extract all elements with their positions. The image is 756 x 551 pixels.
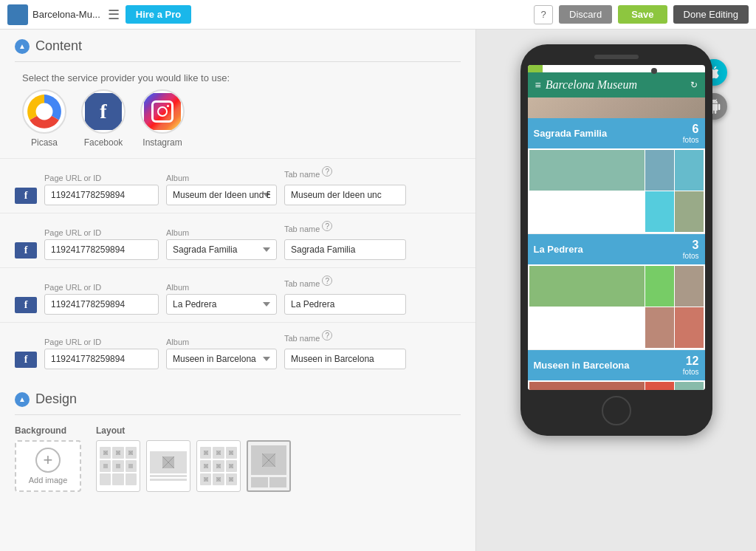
phone-home-button[interactable] bbox=[602, 396, 631, 425]
album-sagrada-familia: Sagrada Familia 6 fotos bbox=[528, 118, 705, 234]
page-url-label-0: Page URL or ID bbox=[44, 174, 159, 182]
layout-single-col bbox=[150, 451, 187, 481]
layout-selected-cell bbox=[251, 445, 286, 475]
discard-button[interactable]: Discard bbox=[559, 5, 612, 24]
thumb-row bbox=[645, 307, 703, 348]
layout-line bbox=[150, 475, 187, 477]
layout-cell bbox=[112, 473, 123, 485]
left-panel: ▲ Content Select the service provider yo… bbox=[0, 30, 476, 551]
page-url-label-2: Page URL or ID bbox=[44, 283, 159, 292]
page-url-input-2[interactable] bbox=[44, 294, 159, 315]
layout-sub-grid bbox=[251, 477, 286, 487]
svg-rect-13 bbox=[128, 464, 133, 468]
phone-camera bbox=[651, 68, 657, 74]
page-url-group-1: Page URL or ID bbox=[44, 228, 159, 260]
logo-area: Barcelona-Mu... ☰ bbox=[7, 4, 120, 25]
page-url-group-0: Page URL or ID bbox=[44, 174, 159, 205]
album-count-num: 12 bbox=[683, 355, 699, 368]
image-placeholder-icon bbox=[228, 476, 234, 482]
tab-name-help-icon-2[interactable]: ? bbox=[322, 276, 332, 286]
layout-cell bbox=[200, 473, 211, 485]
layout-cell bbox=[100, 447, 111, 459]
layout-option-2[interactable] bbox=[146, 440, 190, 492]
album-select-1[interactable]: Sagrada Familia bbox=[166, 239, 277, 260]
image-placeholder-icon bbox=[103, 450, 109, 456]
image-placeholder-icon bbox=[162, 456, 175, 469]
tab-name-group-0: Tab name ? bbox=[284, 166, 406, 205]
entry-row-0: f Page URL or ID Album Museum der Ideen … bbox=[0, 158, 475, 213]
hire-pro-button[interactable]: Hire a Pro bbox=[126, 5, 191, 24]
album-thumb bbox=[645, 150, 674, 191]
layout-cell bbox=[126, 447, 137, 459]
picasa-provider[interactable]: Picasa bbox=[22, 89, 66, 148]
album-thumb bbox=[645, 191, 674, 232]
phone-outer: ≡ Barcelona Museum ↻ Sagrada Familia 6 f… bbox=[520, 44, 712, 436]
picasa-icon bbox=[24, 91, 65, 132]
tab-name-group-3: Tab name ? bbox=[284, 330, 406, 369]
help-button[interactable]: ? bbox=[534, 5, 553, 24]
album-group-3: Album Museen in Barcelona bbox=[166, 338, 277, 369]
tab-name-help-icon-1[interactable]: ? bbox=[322, 221, 332, 231]
background-col: Background + Add image bbox=[15, 425, 81, 492]
layout-option-3[interactable] bbox=[196, 440, 241, 492]
design-toggle-button[interactable]: ▲ bbox=[15, 392, 30, 407]
image-placeholder-icon bbox=[216, 463, 221, 469]
tab-name-input-0[interactable] bbox=[284, 185, 406, 205]
instagram-dot bbox=[167, 105, 169, 107]
tab-name-input-3[interactable] bbox=[284, 349, 406, 369]
album-thumb bbox=[675, 266, 704, 307]
layout-cell bbox=[126, 473, 137, 485]
layout-cell bbox=[200, 447, 211, 459]
layout-option-4[interactable] bbox=[247, 440, 291, 492]
hamburger-menu-icon[interactable]: ☰ bbox=[108, 7, 120, 23]
layout-cell bbox=[200, 460, 211, 472]
album-group-1: Album Sagrada Familia bbox=[166, 228, 277, 260]
fb-icon-1: f bbox=[15, 242, 37, 259]
album-select-2[interactable]: La Pedrera bbox=[166, 294, 277, 315]
entry-row-1: f Page URL or ID Album Sagrada Familia T… bbox=[0, 213, 475, 267]
background-label: Background bbox=[15, 425, 81, 436]
content-toggle-button[interactable]: ▲ bbox=[15, 39, 30, 54]
right-panel: ≡ Barcelona Museum ↻ Sagrada Familia 6 f… bbox=[476, 30, 756, 551]
tab-name-help-icon-3[interactable]: ? bbox=[322, 330, 332, 340]
entry-row-2: f Page URL or ID Album La Pedrera Tab na… bbox=[0, 267, 475, 322]
album-select-0[interactable]: Museum der Ideen und Erfinc... bbox=[166, 185, 277, 205]
page-url-input-0[interactable] bbox=[44, 185, 159, 205]
image-placeholder-icon bbox=[103, 463, 109, 469]
tab-name-group-2: Tab name ? bbox=[284, 276, 406, 315]
instagram-provider[interactable]: Instagram bbox=[140, 89, 185, 148]
svg-point-1 bbox=[36, 103, 53, 120]
layout-cell bbox=[226, 473, 237, 485]
page-url-group-3: Page URL or ID bbox=[44, 338, 159, 369]
layout-cell bbox=[213, 473, 224, 485]
page-url-input-3[interactable] bbox=[44, 349, 159, 369]
image-placeholder-icon bbox=[216, 476, 221, 482]
layout-option-1[interactable] bbox=[96, 440, 140, 492]
facebook-icon: f bbox=[85, 93, 122, 130]
design-section-title: Design bbox=[35, 391, 77, 407]
page-url-group-2: Page URL or ID bbox=[44, 283, 159, 315]
album-thumb-grid bbox=[645, 150, 703, 232]
fb-icon-0: f bbox=[15, 188, 37, 204]
done-editing-button[interactable]: Done Editing bbox=[673, 5, 749, 24]
album-museen-barcelona-thumbs bbox=[528, 380, 705, 390]
album-select-3[interactable]: Museen in Barcelona bbox=[166, 349, 277, 369]
layout-grid-3 bbox=[200, 447, 237, 485]
page-url-input-1[interactable] bbox=[44, 239, 159, 260]
background-add-button[interactable]: + Add image bbox=[15, 440, 81, 492]
tab-name-input-2[interactable] bbox=[284, 294, 406, 315]
design-content: Background + Add image Layout bbox=[0, 415, 475, 502]
album-count-unit: fotos bbox=[683, 136, 699, 144]
layout-selected-col bbox=[251, 445, 286, 487]
tab-name-input-1[interactable] bbox=[284, 239, 406, 260]
facebook-provider[interactable]: f Facebook bbox=[81, 89, 126, 148]
save-button[interactable]: Save bbox=[618, 5, 667, 24]
tab-name-help-icon-0[interactable]: ? bbox=[322, 166, 332, 177]
image-placeholder-icon bbox=[128, 463, 134, 469]
phone-top-area bbox=[528, 55, 705, 59]
image-placeholder-icon bbox=[216, 450, 221, 456]
site-logo bbox=[7, 4, 28, 25]
album-museen-barcelona: Museen in Barcelona 12 fotos bbox=[528, 350, 705, 390]
provider-icons-row: Picasa f Facebook bbox=[0, 89, 475, 158]
tab-name-label-0: Tab name bbox=[284, 170, 320, 179]
